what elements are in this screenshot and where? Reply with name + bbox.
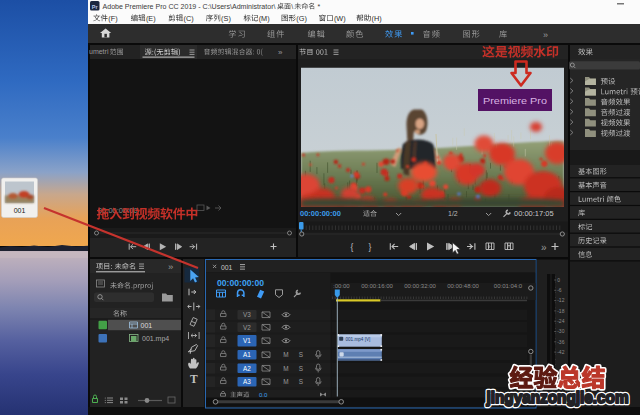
svg-text:00:00:48:00: 00:00:48:00	[447, 283, 479, 289]
svg-text:V1: V1	[243, 337, 251, 344]
svg-text:T: T	[190, 373, 198, 385]
svg-text:0: 0	[557, 277, 560, 283]
svg-text:00:00:00:00: 00:00:00:00	[300, 209, 341, 218]
svg-text:A3: A3	[243, 378, 251, 385]
svg-text:-42: -42	[557, 349, 564, 355]
svg-text:»: »	[278, 48, 283, 57]
svg-text:A2: A2	[243, 365, 251, 372]
svg-text:Adobe Premiere Pro CC 2019 - C: Adobe Premiere Pro CC 2019 - C:\Users\Ad…	[103, 3, 276, 10]
svg-text:M: M	[283, 378, 288, 385]
svg-text:V2: V2	[243, 324, 251, 331]
svg-text:00:00:17:05: 00:00:17:05	[514, 209, 554, 218]
svg-text:001: 001	[141, 322, 153, 329]
svg-text:-6: -6	[557, 287, 562, 293]
svg-text:001.mp4: 001.mp4	[142, 335, 169, 343]
svg-text:umetri: umetri	[89, 48, 109, 55]
svg-text:0.0: 0.0	[259, 392, 268, 398]
svg-text:V3: V3	[243, 311, 251, 318]
svg-text:-12: -12	[557, 297, 564, 303]
svg-text:Pr: Pr	[92, 4, 99, 10]
svg-text:Premiere Pro: Premiere Pro	[483, 95, 547, 106]
svg-text:00:01:04:0: 00:01:04:0	[494, 283, 523, 289]
svg-text:M: M	[283, 365, 288, 372]
svg-text:»: »	[168, 261, 173, 272]
svg-text:-24: -24	[557, 318, 564, 324]
svg-text:S: S	[299, 365, 303, 372]
svg-text:A1: A1	[243, 351, 251, 358]
svg-text:(G): (G)	[296, 14, 307, 23]
svg-text:S: S	[299, 378, 303, 385]
svg-text:\: \	[291, 3, 293, 10]
svg-text:(H): (H)	[372, 14, 382, 23]
svg-text:(M): (M)	[259, 14, 270, 23]
svg-text:00:00:00:00: 00:00:00:00	[217, 277, 264, 288]
svg-text:1/2: 1/2	[448, 210, 458, 217]
svg-text:(S): (S)	[221, 14, 231, 23]
svg-text:00:00:32:00: 00:00:32:00	[404, 283, 436, 289]
svg-text:S: S	[299, 351, 303, 358]
svg-text:M: M	[283, 351, 288, 358]
svg-text:{: {	[351, 242, 354, 252]
svg-text:»: »	[543, 30, 548, 40]
svg-text:-18: -18	[557, 308, 564, 314]
svg-text::00:00: :00:00	[333, 283, 350, 289]
svg-text:-30: -30	[557, 328, 564, 334]
svg-text:jingyanzongjie.com: jingyanzongjie.com	[486, 388, 629, 407]
svg-text:001: 001	[221, 264, 233, 271]
svg-text:}: }	[369, 242, 372, 252]
svg-text:*: *	[318, 3, 321, 10]
svg-text:(F): (F)	[108, 14, 117, 23]
svg-text:(E): (E)	[146, 14, 156, 23]
svg-text:(C): (C)	[184, 14, 194, 23]
svg-text:(W): (W)	[334, 14, 346, 23]
svg-text:»: »	[541, 242, 547, 253]
svg-text:00:00:16:00: 00:00:16:00	[361, 283, 393, 289]
svg-text:-36: -36	[557, 339, 564, 345]
svg-text:001: 001	[14, 207, 26, 214]
svg-text:001.mp4 [V]: 001.mp4 [V]	[346, 337, 371, 342]
